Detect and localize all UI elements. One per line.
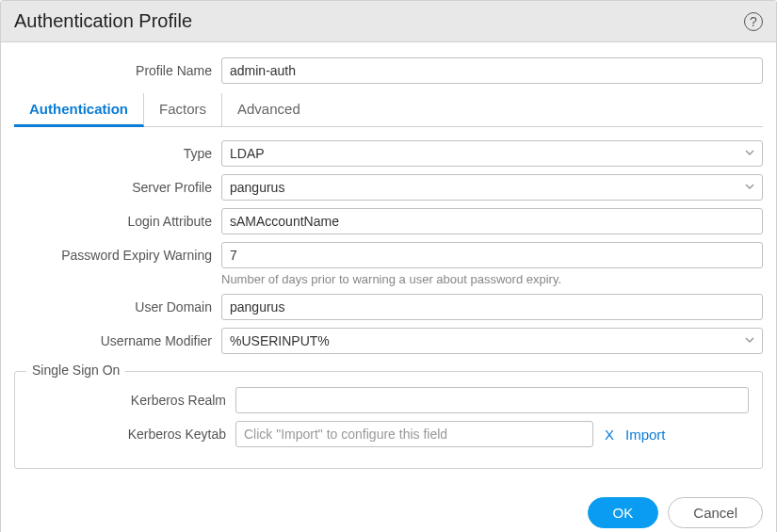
- kerberos-keytab-label: Kerberos Keytab: [28, 421, 235, 442]
- dialog-header: Authentication Profile ?: [1, 1, 776, 42]
- kerberos-realm-row: Kerberos Realm: [28, 387, 749, 413]
- type-label: Type: [14, 140, 221, 161]
- kerberos-realm-label: Kerberos Realm: [28, 387, 235, 408]
- dialog-title: Authentication Profile: [14, 10, 192, 32]
- username-modifier-label: Username Modifier: [14, 328, 221, 348]
- password-expiry-label: Password Expiry Warning: [14, 242, 221, 263]
- password-expiry-row: Password Expiry Warning Number of days p…: [14, 242, 763, 286]
- tab-authentication[interactable]: Authentication: [14, 93, 144, 127]
- tab-factors[interactable]: Factors: [144, 93, 222, 127]
- sso-legend: Single Sign On: [26, 363, 125, 378]
- server-profile-row: Server Profile: [14, 174, 763, 201]
- login-attribute-row: Login Attribute: [14, 208, 763, 234]
- profile-name-row: Profile Name: [14, 57, 763, 84]
- ok-button[interactable]: OK: [588, 497, 659, 528]
- password-expiry-help: Number of days prior to warning a user a…: [221, 272, 763, 286]
- dialog-body: Profile Name Authentication Factors Adva…: [1, 42, 776, 482]
- tabs: Authentication Factors Advanced: [14, 93, 763, 127]
- username-modifier-row: Username Modifier: [14, 328, 763, 354]
- password-expiry-input[interactable]: [221, 242, 763, 268]
- kerberos-keytab-input[interactable]: [235, 421, 593, 447]
- username-modifier-select[interactable]: [221, 328, 763, 354]
- tab-advanced[interactable]: Advanced: [222, 93, 316, 127]
- server-profile-label: Server Profile: [14, 174, 221, 195]
- login-attribute-label: Login Attribute: [14, 208, 221, 229]
- auth-profile-dialog: Authentication Profile ? Profile Name Au…: [0, 0, 777, 532]
- user-domain-row: User Domain: [14, 294, 763, 320]
- keytab-import-link[interactable]: Import: [625, 427, 666, 443]
- type-select[interactable]: [221, 140, 763, 167]
- server-profile-select[interactable]: [221, 174, 763, 201]
- cancel-button[interactable]: Cancel: [668, 497, 763, 528]
- login-attribute-input[interactable]: [221, 208, 763, 234]
- dialog-footer: OK Cancel: [1, 482, 776, 532]
- user-domain-input[interactable]: [221, 294, 763, 320]
- kerberos-realm-input[interactable]: [235, 387, 749, 413]
- sso-fieldset: Single Sign On Kerberos Realm Kerberos K…: [14, 371, 763, 469]
- profile-name-label: Profile Name: [14, 57, 221, 78]
- type-row: Type: [14, 140, 763, 167]
- help-icon[interactable]: ?: [744, 12, 763, 31]
- user-domain-label: User Domain: [14, 294, 221, 314]
- keytab-clear-link[interactable]: X: [605, 427, 614, 443]
- profile-name-input[interactable]: [221, 57, 763, 84]
- kerberos-keytab-row: Kerberos Keytab X Import: [28, 421, 749, 447]
